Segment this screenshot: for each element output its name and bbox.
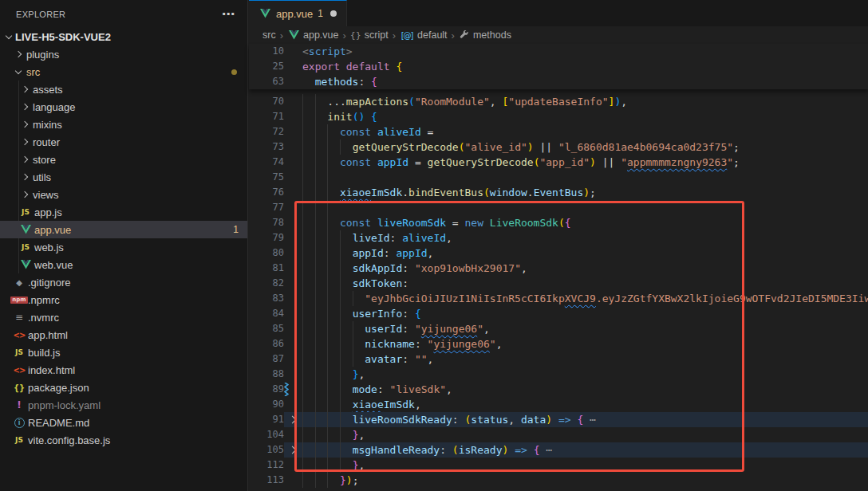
gutter-fold-column <box>284 397 302 412</box>
tab-app-vue[interactable]: app.vue 1 <box>249 0 347 26</box>
fold-chevron-icon[interactable] <box>289 416 297 424</box>
gutter-fold-column <box>284 200 302 215</box>
code-text <box>302 170 868 185</box>
line-number: 86 <box>249 336 284 352</box>
breadcrumb-item-script[interactable]: {}script <box>350 29 389 41</box>
sidebar-item-app-vue[interactable]: app.vue1 <box>0 221 247 238</box>
sidebar-item-utils[interactable]: utils <box>0 168 247 186</box>
js-file-icon: JS <box>13 346 26 359</box>
file-label: app.html <box>28 329 68 341</box>
code-text: liveId: aliveId, <box>302 230 868 246</box>
sidebar-item-web-vue[interactable]: web.vue <box>0 256 247 273</box>
code-text: mode: "liveSdk", <box>302 382 868 397</box>
code-line-84[interactable]: 84 userInfo: { <box>249 306 868 321</box>
line-number: 72 <box>249 124 284 139</box>
sticky-line-63[interactable]: 63 methods: { <box>249 74 868 89</box>
gutter-fold-column <box>284 367 302 382</box>
code-line-76[interactable]: 76 xiaoeImSdk.bindEventBus(window.EventB… <box>249 185 868 200</box>
code-line-112[interactable]: 112 }, <box>249 458 868 473</box>
code-line-113[interactable]: 113 }); <box>249 473 868 488</box>
file-label: utils <box>33 171 51 183</box>
sticky-line-10[interactable]: 10<script> <box>249 44 868 59</box>
dirty-indicator-icon[interactable] <box>330 10 337 17</box>
code-line-75[interactable]: 75 <box>249 170 868 185</box>
more-actions-button[interactable]: ⋯ <box>222 10 236 18</box>
sidebar-item-assets[interactable]: assets <box>0 81 247 98</box>
sidebar-item-readme-md[interactable]: iREADME.md <box>0 414 247 431</box>
code-line-104[interactable]: 104 }, <box>249 427 868 442</box>
code-text: userInfo: { <box>302 306 868 321</box>
sidebar-item-build-js[interactable]: JSbuild.js <box>0 344 247 361</box>
breadcrumb-item-src[interactable]: src <box>262 29 276 41</box>
gutter-fold-column <box>284 74 302 89</box>
gutter-fold-column <box>284 170 302 185</box>
explorer-title: EXPLORER <box>16 10 65 19</box>
sidebar-item-index-html[interactable]: <>index.html <box>0 361 247 379</box>
code-line-74[interactable]: 74 const appId = getQueryStrDecode("app_… <box>249 155 868 170</box>
braces-icon: {} <box>350 29 361 41</box>
sidebar-item-web-js[interactable]: JSweb.js <box>0 238 247 256</box>
code-text: msgHandleReady: (isReady) => { ⋯ <box>302 442 868 458</box>
code-line-79[interactable]: 79 liveId: aliveId, <box>249 230 868 246</box>
sidebar-item-store[interactable]: store <box>0 151 247 168</box>
sidebar-item--gitignore[interactable]: ◆.gitignore <box>0 273 247 291</box>
code-line-90[interactable]: 90 xiaoeImSdk, <box>249 397 868 412</box>
sidebar-item-src[interactable]: src <box>0 63 247 81</box>
code-line-78[interactable]: 78 const liveRoomSdk = new LiveRoomSdk({ <box>249 215 868 230</box>
code-line-81[interactable]: 81 sdkAppId: "xop91owbHx29017", <box>249 261 868 276</box>
gutter-fold-column <box>284 59 302 74</box>
file-label: .gitignore <box>28 277 70 289</box>
gutter-fold-column <box>284 261 302 276</box>
sidebar-item-app-js[interactable]: JSapp.js <box>0 203 247 221</box>
code-line-71[interactable]: 71 init() { <box>249 109 868 124</box>
sidebar-item-pnpm-lock-yaml[interactable]: !pnpm-lock.yaml <box>0 396 247 414</box>
code-line-87[interactable]: 87 avatar: "", <box>249 352 868 367</box>
line-number: 78 <box>249 215 284 230</box>
sidebar-item--npmrc[interactable]: npm.npmrc <box>0 291 247 308</box>
code-line-72[interactable]: 72 const aliveId = <box>249 124 868 139</box>
code-text: }, <box>302 458 868 473</box>
code-line-89[interactable]: 89 mode: "liveSdk", <box>249 382 868 397</box>
sidebar-item-views[interactable]: views <box>0 186 247 203</box>
sidebar-item-app-html[interactable]: <>app.html <box>0 326 247 344</box>
gitignore-icon: ◆ <box>13 276 26 289</box>
gutter-fold-column <box>284 442 302 458</box>
code-line-73[interactable]: 73 getQueryStrDecode("alive_id") || "l_6… <box>249 139 868 155</box>
sticky-line-25[interactable]: 25export default { <box>249 59 868 74</box>
sidebar-item-mixins[interactable]: mixins <box>0 116 247 133</box>
sidebar-item-language[interactable]: language <box>0 98 247 116</box>
sidebar-item-vite-config-base-js[interactable]: JSvite.config.base.js <box>0 431 247 449</box>
breadcrumb-item-methods[interactable]: methods <box>459 29 511 41</box>
code-line-80[interactable]: 80 appId: appId, <box>249 246 868 261</box>
breadcrumb-item-app-vue[interactable]: app.vue <box>287 29 338 41</box>
sidebar-item-plugins[interactable]: plugins <box>0 45 247 63</box>
code-line-91[interactable]: 91 liveRoomSdkReady: (status, data) => {… <box>249 412 868 427</box>
line-number: 75 <box>249 170 284 185</box>
code-line-88[interactable]: 88 }, <box>249 367 868 382</box>
chevron-right-icon <box>19 119 30 130</box>
code-text <box>302 200 868 215</box>
code-line-85[interactable]: 85 userId: "yijunge06", <box>249 321 868 336</box>
file-label: views <box>33 189 59 201</box>
line-number: 112 <box>249 458 284 473</box>
code-line-77[interactable]: 77 <box>249 200 868 215</box>
code-line-83[interactable]: 83 "eyJhbGciOiJIUzI1NiIsInR5cCI6IkpXVCJ9… <box>249 291 868 306</box>
sidebar-item-root[interactable]: LIVE-H5-SDK-VUE2 <box>0 28 247 45</box>
code-line-82[interactable]: 82 sdkToken: <box>249 276 868 291</box>
line-number: 105 <box>249 442 284 458</box>
code-line-70[interactable]: 70 ...mapActions("RoomModule", ["updateB… <box>249 94 868 109</box>
line-number: 70 <box>249 94 284 109</box>
code-area[interactable]: 70 ...mapActions("RoomModule", ["updateB… <box>249 89 868 491</box>
code-line-105[interactable]: 105 msgHandleReady: (isReady) => { ⋯ <box>249 442 868 458</box>
code-line-86[interactable]: 86 nickname: "yijunge06", <box>249 336 868 352</box>
sidebar-item-router[interactable]: router <box>0 133 247 151</box>
sidebar-item--nvmrc[interactable]: ≡.nvmrc <box>0 308 247 326</box>
sidebar-item-package-json[interactable]: {}package.json <box>0 379 247 396</box>
code-text: sdkAppId: "xop91owbHx29017", <box>302 261 868 276</box>
html-file-icon: <> <box>13 363 26 376</box>
fold-chevron-icon[interactable] <box>289 446 297 454</box>
gutter-fold-column <box>284 246 302 261</box>
breadcrumb-item-default[interactable]: [@]default <box>400 29 448 41</box>
file-label: store <box>33 154 56 166</box>
code-text: const appId = getQueryStrDecode("app_id"… <box>302 155 868 170</box>
